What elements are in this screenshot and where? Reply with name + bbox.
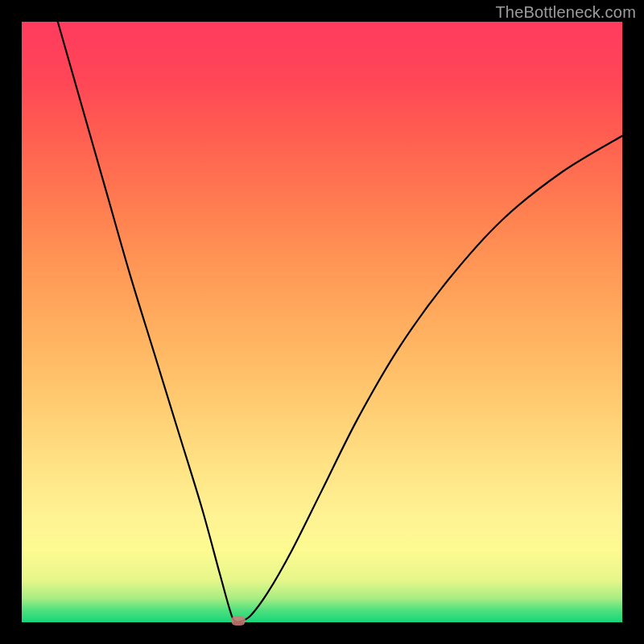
chart-container: TheBottleneck.com <box>0 0 644 644</box>
optimum-marker <box>231 616 246 625</box>
curve-left <box>58 22 238 622</box>
bottleneck-curve <box>22 22 622 622</box>
watermark-text: TheBottleneck.com <box>495 3 636 21</box>
plot-area <box>22 22 622 622</box>
watermark: TheBottleneck.com <box>495 3 636 22</box>
curve-right <box>238 136 622 622</box>
